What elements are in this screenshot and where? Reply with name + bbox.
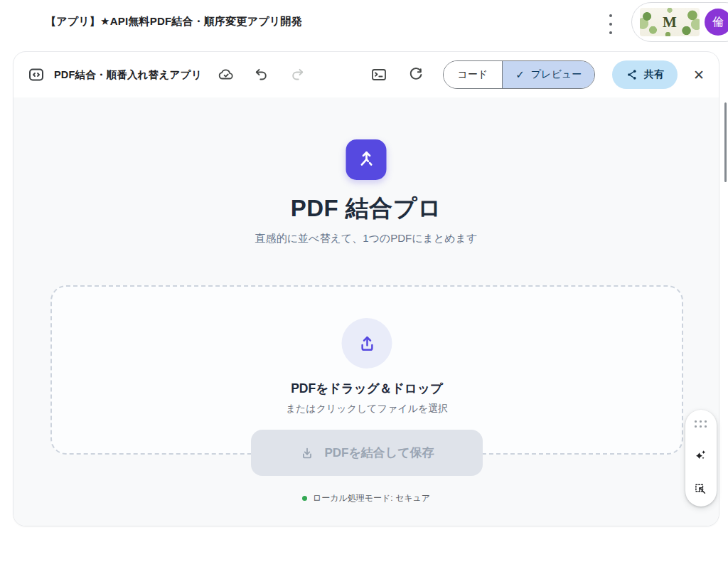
status-text: ローカル処理モード: セキュア — [313, 492, 430, 504]
dropzone-heading: PDFをドラッグ＆ドロップ — [52, 380, 682, 397]
account-pill[interactable]: M 倫 — [631, 2, 728, 42]
floating-toolbar — [685, 410, 717, 507]
page-scrollbar[interactable] — [724, 102, 727, 182]
close-icon[interactable]: ✕ — [693, 68, 705, 82]
workspace-avatar[interactable]: M — [640, 8, 700, 36]
download-icon — [299, 445, 315, 461]
page-subtitle: 直感的に並べ替えて、1つのPDFにまとめます — [14, 232, 719, 245]
refresh-icon[interactable] — [407, 66, 424, 83]
tab-preview[interactable]: ✓ プレビュー — [503, 61, 594, 88]
cloud-saved-icon[interactable] — [218, 66, 235, 83]
select-element-icon[interactable] — [694, 482, 708, 496]
screen: 【アプリ】★API無料PDF結合・順序変更アプリ開発 M 倫 PDF結合・順番入… — [0, 0, 728, 562]
share-icon — [626, 68, 638, 81]
status-dot-icon — [302, 496, 307, 501]
app-window-icon — [28, 66, 45, 83]
check-icon: ✓ — [515, 68, 525, 81]
app-preview-card: PDF結合・順番入れ替えアプリ — [13, 51, 719, 526]
app-name-label: PDF結合・順番入れ替えアプリ — [54, 68, 202, 82]
pdf-dropzone[interactable]: PDFをドラッグ＆ドロップ またはクリックしてファイルを選択 PDFを結合して保… — [50, 285, 683, 455]
terminal-icon[interactable] — [370, 66, 387, 83]
redo-icon — [289, 66, 306, 83]
merge-icon — [355, 149, 378, 171]
studio-toolbar: PDF結合・順番入れ替えアプリ — [14, 52, 719, 97]
status-line: ローカル処理モード: セキュア — [14, 492, 719, 504]
merge-app-logo — [346, 139, 387, 180]
ai-sparkle-icon[interactable] — [694, 448, 708, 462]
kebab-menu-icon[interactable] — [606, 14, 615, 34]
user-avatar[interactable]: 倫 — [705, 9, 728, 36]
page-title: PDF 結合プロ — [14, 193, 719, 225]
app-preview-pane: PDF 結合プロ 直感的に並べ替えて、1つのPDFにまとめます PDFをドラッグ… — [14, 97, 719, 526]
undo-icon[interactable] — [253, 66, 270, 83]
drag-handle-icon[interactable] — [695, 420, 707, 428]
dropzone-subheading: またはクリックしてファイルを選択 — [52, 403, 682, 415]
upload-icon-circle — [342, 318, 392, 369]
avatar-monogram: M — [663, 14, 677, 31]
document-title: 【アプリ】★API無料PDF結合・順序変更アプリ開発 — [46, 15, 302, 28]
merge-save-button[interactable]: PDFを結合して保存 — [251, 430, 483, 476]
tab-code[interactable]: コード — [444, 61, 503, 88]
share-button[interactable]: 共有 — [612, 60, 678, 89]
upload-icon — [356, 333, 378, 354]
code-preview-toggle: コード ✓ プレビュー — [443, 60, 596, 89]
